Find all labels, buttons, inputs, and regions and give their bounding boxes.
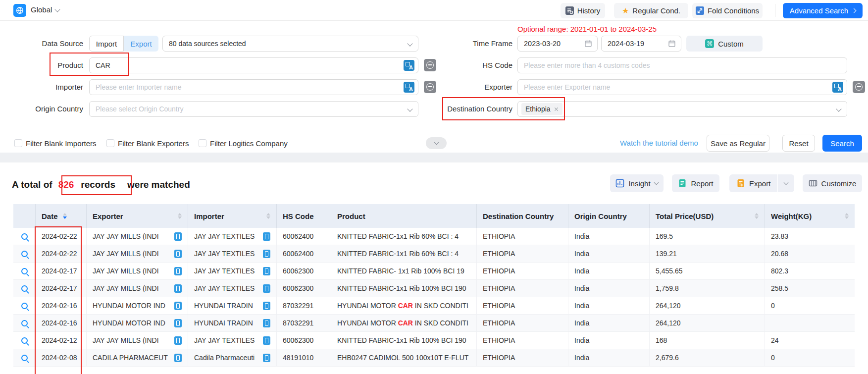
history-icon [565,6,574,15]
sort-icons[interactable] [755,213,759,219]
sort-icons[interactable] [845,213,849,219]
remove-tag-icon[interactable] [554,107,559,111]
data-source-select[interactable]: 80 data sources selected [162,36,418,52]
exclude-filter-icon[interactable] [853,81,865,93]
view-detail-icon[interactable] [21,268,28,274]
cell-date: 2024-02-17 [35,280,86,297]
sort-icons[interactable] [178,213,182,219]
copy-icon[interactable] [174,354,182,362]
report-icon [678,179,687,188]
custom-range-button[interactable]: ⌘ Custom [686,36,763,52]
regular-cond-button[interactable]: ★ Regular Cond. [614,3,688,18]
exporter-input[interactable] [517,79,847,95]
checkbox-filter-blank-importers[interactable] [14,139,22,147]
view-detail-icon[interactable] [21,320,28,326]
cell-date: 2024-02-12 [35,332,86,349]
cell-destination: ETHIOPIA [476,349,568,366]
translate-icon[interactable] [404,60,414,71]
cell-date: 2024-02-17 [35,263,86,279]
copy-icon[interactable] [263,319,270,327]
importer-input[interactable] [89,79,418,95]
cell-date: 2024-02-08 [35,349,86,366]
copy-icon[interactable] [174,250,182,258]
search-button[interactable]: Search [822,135,862,152]
filter-blank-importers-label: Filter Blank Importers [26,140,97,148]
view-detail-icon[interactable] [21,285,28,292]
cell-hs-code: 60062300 [276,263,331,279]
advanced-search-button[interactable]: Advanced Search [783,3,863,18]
collapse-conditions-button[interactable] [426,137,447,149]
cell-destination: ETHIOPIA [476,228,568,245]
export-label: Export [749,179,770,188]
checkbox-filter-blank-exporters[interactable] [106,139,114,147]
cell-hs-code: 60062300 [276,332,331,349]
cell-hs-code: 48191010 [276,349,331,366]
cell-weight: 24 [765,332,855,349]
chevron-down-icon[interactable] [54,6,60,12]
tab-export[interactable]: Export [124,36,158,52]
destination-tag-ethiopia[interactable]: Ethiopia [521,103,562,115]
copy-icon[interactable] [263,284,270,293]
customize-button[interactable]: Customize [803,174,862,192]
destination-country-select[interactable] [517,101,847,117]
copy-icon[interactable] [174,267,182,275]
translate-icon[interactable] [832,82,843,93]
export-button[interactable]: Export [729,174,777,192]
copy-icon[interactable] [263,302,270,310]
cell-importer: HYUNDAI TRADIN [188,315,276,331]
cell-product: HYUNDAI MOTOR CAR IN SKD CONDITI [331,297,476,314]
sort-icons[interactable] [266,213,270,219]
save-as-regular-button[interactable]: Save as Regular [707,135,769,152]
insight-button[interactable]: Insight [610,174,664,192]
hs-code-input[interactable] [517,57,847,73]
col-header-weight[interactable]: Weight(KG) [765,204,855,228]
date-from-value: 2023-03-20 [524,40,561,48]
importer-label: Importer [0,79,83,95]
copy-icon[interactable] [174,302,182,310]
col-header-exporter[interactable]: Exporter [86,204,188,228]
product-input[interactable] [89,57,418,73]
cell-importer: Cadila Pharmaceuti [188,349,276,366]
chevron-down-icon [407,106,412,111]
view-detail-icon[interactable] [21,337,28,344]
cell-exporter: JAY JAY MILLS (INDI [86,332,188,349]
fold-conditions-button[interactable]: Fold Conditions [692,3,763,18]
copy-icon[interactable] [174,319,182,327]
table-row: 2024-02-22 JAY JAY MILLS (INDI JAY JAY T… [13,245,855,263]
reset-button[interactable]: Reset [782,135,815,152]
cell-date: 2024-02-16 [35,297,86,314]
date-to-field[interactable]: 2024-03-19 [601,36,681,52]
history-button[interactable]: History [561,3,605,18]
report-button[interactable]: Report [672,174,719,192]
tutorial-link[interactable]: Watch the tutorial demo [620,139,698,147]
view-detail-icon[interactable] [21,233,28,240]
translate-icon[interactable] [404,82,414,93]
copy-icon[interactable] [263,354,270,362]
sort-icons[interactable] [63,213,67,219]
divider [775,4,775,17]
copy-icon[interactable] [174,336,182,345]
col-header-date[interactable]: Date [35,204,86,228]
tab-import[interactable]: Import [89,36,124,52]
copy-icon[interactable] [263,232,270,241]
checkbox-filter-logitics[interactable] [199,139,206,147]
view-detail-icon[interactable] [21,251,28,257]
globe-logo-icon[interactable] [13,4,26,17]
copy-icon[interactable] [263,336,270,345]
col-header-total-price[interactable]: Total Price(USD) [649,204,765,228]
copy-icon[interactable] [174,232,182,241]
col-header-importer[interactable]: Importer [188,204,276,228]
chevron-down-icon [654,180,659,185]
export-options-button[interactable] [777,174,794,192]
table-row: 2024-02-17 JAY JAY MILLS (INDI JAY JAY T… [13,280,855,297]
view-detail-icon[interactable] [21,355,28,361]
origin-country-select[interactable]: Please select Origin Country [89,101,418,117]
table-row: 2024-02-17 JAY JAY MILLS (INDI JAY JAY T… [13,263,855,280]
copy-icon[interactable] [263,267,270,275]
date-from-field[interactable]: 2023-03-20 [517,36,598,52]
regular-cond-label: Regular Cond. [632,6,680,15]
results-summary: A total of826recordswere matched [12,179,190,190]
copy-icon[interactable] [263,250,270,258]
copy-icon[interactable] [174,284,182,293]
view-detail-icon[interactable] [21,303,28,309]
